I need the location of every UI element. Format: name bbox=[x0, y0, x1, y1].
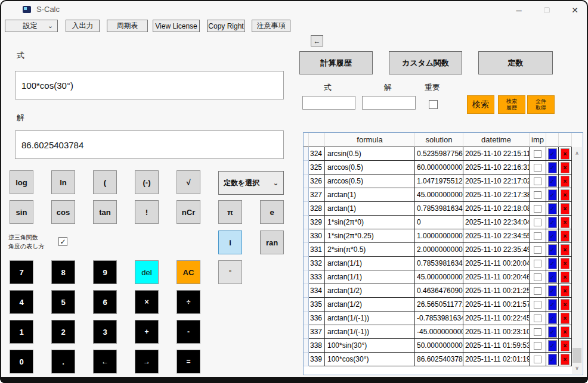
delete-row-button[interactable]: × bbox=[561, 217, 570, 228]
tab-custom-functions[interactable]: カスタム関数 bbox=[389, 51, 462, 74]
table-scrollbar[interactable]: ∧ ∨ bbox=[572, 147, 582, 374]
mark-important-button[interactable]: ✓ bbox=[548, 285, 557, 297]
key-2[interactable]: 2 bbox=[51, 320, 75, 344]
sqrt-key[interactable]: √ bbox=[177, 170, 200, 194]
important-checkbox[interactable] bbox=[534, 328, 541, 336]
search-formula-input[interactable] bbox=[302, 96, 355, 110]
mark-important-button[interactable]: ✓ bbox=[548, 231, 557, 242]
delete-row-button[interactable]: × bbox=[561, 354, 570, 365]
scroll-down-icon[interactable]: ∨ bbox=[572, 363, 582, 373]
mark-important-button[interactable]: ✓ bbox=[548, 258, 557, 269]
scroll-up-icon[interactable]: ∧ bbox=[572, 148, 582, 158]
scrollbar-thumb[interactable] bbox=[572, 348, 581, 363]
delete-row-button[interactable]: × bbox=[561, 340, 570, 351]
minimize-button[interactable]: ─ bbox=[509, 4, 529, 17]
key-5[interactable]: 5 bbox=[51, 290, 75, 314]
delete-key[interactable]: del bbox=[135, 260, 159, 284]
delete-row-button[interactable]: × bbox=[561, 148, 570, 160]
header-datetime[interactable]: datetime bbox=[463, 133, 530, 147]
delete-row-button[interactable]: × bbox=[561, 299, 570, 310]
important-checkbox[interactable] bbox=[534, 342, 541, 350]
key-3[interactable]: 3 bbox=[93, 320, 117, 344]
collapse-panel-button[interactable]: ← bbox=[311, 35, 323, 46]
key-1[interactable]: 1 bbox=[10, 320, 33, 344]
delete-row-button[interactable]: × bbox=[561, 176, 570, 187]
mark-important-button[interactable]: ✓ bbox=[548, 340, 557, 351]
fetch-all-button[interactable]: 全件取得 bbox=[527, 95, 555, 114]
important-checkbox[interactable] bbox=[534, 178, 541, 185]
degree-key[interactable]: ° bbox=[218, 260, 242, 284]
divide-key[interactable]: ÷ bbox=[177, 290, 200, 314]
log-key[interactable]: log bbox=[10, 170, 33, 194]
cursor-right-key[interactable]: → bbox=[135, 350, 159, 373]
solution-input[interactable] bbox=[15, 130, 284, 159]
imaginary-key[interactable]: i bbox=[218, 231, 242, 254]
search-button[interactable]: 検索 bbox=[467, 95, 494, 114]
open-paren-key[interactable]: ( bbox=[93, 170, 117, 194]
negate-key[interactable]: (-) bbox=[135, 170, 159, 194]
random-key[interactable]: ran bbox=[260, 231, 284, 254]
important-checkbox[interactable] bbox=[534, 191, 541, 199]
important-checkbox[interactable] bbox=[534, 260, 541, 267]
all-clear-key[interactable]: AC bbox=[177, 260, 200, 284]
important-checkbox[interactable] bbox=[534, 301, 541, 309]
search-history-button[interactable]: 検索履歴 bbox=[498, 95, 525, 114]
mark-important-button[interactable]: ✓ bbox=[548, 272, 557, 283]
mark-important-button[interactable]: ✓ bbox=[548, 162, 557, 173]
maximize-button[interactable] bbox=[537, 4, 557, 17]
formula-input[interactable] bbox=[15, 71, 284, 99]
mark-important-button[interactable]: ✓ bbox=[548, 203, 557, 214]
mark-important-button[interactable]: ✓ bbox=[548, 217, 557, 228]
important-checkbox[interactable] bbox=[534, 164, 541, 172]
tab-calc-history[interactable]: 計算履歴 bbox=[299, 51, 373, 74]
key-4[interactable]: 4 bbox=[10, 290, 33, 314]
important-checkbox[interactable] bbox=[534, 205, 541, 213]
delete-row-button[interactable]: × bbox=[561, 326, 570, 338]
tan-key[interactable]: tan bbox=[93, 200, 117, 224]
constant-select[interactable]: 定数を選択 ⌄ bbox=[218, 171, 284, 195]
delete-row-button[interactable]: × bbox=[561, 285, 570, 297]
add-key[interactable]: + bbox=[135, 320, 159, 344]
delete-row-button[interactable]: × bbox=[561, 231, 570, 242]
equals-key[interactable]: = bbox=[177, 350, 200, 373]
mark-important-button[interactable]: ✓ bbox=[548, 189, 557, 201]
io-button[interactable]: 入出力 bbox=[66, 20, 100, 32]
important-checkbox[interactable] bbox=[534, 150, 541, 158]
close-button[interactable]: ✕ bbox=[565, 4, 585, 17]
mark-important-button[interactable]: ✓ bbox=[548, 176, 557, 187]
important-checkbox[interactable] bbox=[534, 246, 541, 254]
key-7[interactable]: 7 bbox=[10, 260, 33, 284]
notes-button[interactable]: 注意事項 bbox=[252, 20, 290, 32]
ln-key[interactable]: ln bbox=[51, 170, 75, 194]
delete-row-button[interactable]: × bbox=[561, 189, 570, 201]
important-checkbox[interactable] bbox=[534, 287, 541, 295]
header-imp[interactable]: imp bbox=[530, 133, 546, 147]
settings-dropdown[interactable]: 設定 ⌄ bbox=[5, 20, 58, 32]
sin-key[interactable]: sin bbox=[10, 200, 33, 224]
delete-row-button[interactable]: × bbox=[561, 258, 570, 269]
decimal-key[interactable]: . bbox=[51, 350, 75, 373]
key-6[interactable]: 6 bbox=[93, 290, 117, 314]
mark-important-button[interactable]: ✓ bbox=[548, 148, 557, 160]
view-license-button[interactable]: View License bbox=[153, 20, 200, 32]
header-formula[interactable]: formula bbox=[325, 133, 415, 147]
multiply-key[interactable]: × bbox=[135, 290, 159, 314]
search-solution-input[interactable] bbox=[362, 96, 416, 110]
delete-row-button[interactable]: × bbox=[561, 272, 570, 283]
important-checkbox[interactable] bbox=[534, 232, 541, 240]
delete-row-button[interactable]: × bbox=[561, 313, 570, 324]
header-solution[interactable]: solution bbox=[415, 133, 463, 147]
key-8[interactable]: 8 bbox=[51, 260, 75, 284]
mark-important-button[interactable]: ✓ bbox=[548, 299, 557, 310]
delete-row-button[interactable]: × bbox=[561, 203, 570, 214]
mark-important-button[interactable]: ✓ bbox=[548, 244, 557, 256]
tab-constants[interactable]: 定数 bbox=[478, 51, 553, 74]
delete-row-button[interactable]: × bbox=[561, 244, 570, 256]
periodic-table-button[interactable]: 周期表 bbox=[107, 20, 148, 32]
cos-key[interactable]: cos bbox=[51, 200, 75, 224]
inverse-trig-checkbox[interactable]: ✓ bbox=[58, 237, 67, 246]
copyright-button[interactable]: Copy Right bbox=[207, 20, 245, 32]
important-checkbox[interactable] bbox=[534, 273, 541, 281]
factorial-key[interactable]: ! bbox=[135, 200, 159, 224]
e-key[interactable]: e bbox=[260, 200, 284, 224]
